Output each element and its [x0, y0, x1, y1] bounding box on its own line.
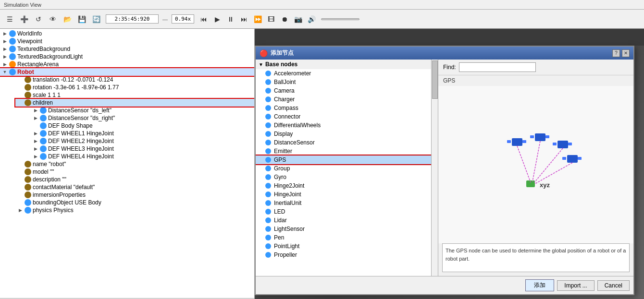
refresh-btn[interactable]: 🔄 — [90, 13, 102, 25]
sidebar-toggle-btn[interactable]: ☰ — [4, 13, 15, 25]
node-item-differentialwheels[interactable]: DifferentialWheels — [256, 121, 438, 130]
expand-wheel1[interactable]: ▶ — [33, 131, 38, 136]
tree-item-boundingobject[interactable]: ▶ boundingObject USE Body — [15, 199, 254, 206]
tree-item-rectarena[interactable]: ▶ RectangleArena — [0, 60, 254, 68]
tree-item-def-body[interactable]: ▶ DEF Body Shape — [31, 122, 254, 130]
add-button[interactable]: 添加 — [525, 279, 554, 291]
expand-viewpoint[interactable]: ▶ — [2, 38, 8, 44]
node-item-camera[interactable]: Camera — [256, 86, 438, 95]
tree-item-texturedbg[interactable]: ▶ TexturedBackground — [0, 45, 254, 53]
node-item-accelerometer[interactable]: Accelerometer — [256, 69, 438, 78]
dialog-help-btn[interactable]: ? — [612, 49, 620, 57]
node-dot-display — [265, 131, 271, 137]
tree-item-worldinfo[interactable]: ▶ WorldInfo — [0, 30, 254, 37]
cancel-button[interactable]: Cancel — [597, 280, 630, 291]
expand-wheel3[interactable]: ▶ — [33, 146, 38, 152]
tree-item-physics[interactable]: ▶ physics Physics — [15, 206, 254, 214]
play-btn[interactable]: ▶ — [211, 13, 223, 25]
save-btn[interactable]: 💾 — [76, 13, 87, 25]
tree-item-wheel2[interactable]: ▶ DEF WHEEL2 HingeJoint — [31, 137, 254, 145]
satellite-2 — [535, 133, 545, 141]
node-list-scrollbar-thumb[interactable] — [432, 60, 438, 99]
tree-item-model[interactable]: ▶ model "" — [15, 168, 254, 176]
node-item-gps[interactable]: GPS — [256, 155, 438, 164]
eye-btn[interactable]: 👁 — [47, 13, 59, 25]
node-label-pen: Pen — [274, 234, 284, 241]
expand-robot[interactable]: ▼ — [2, 69, 8, 75]
node-item-pen[interactable]: Pen — [256, 233, 438, 242]
tree-item-wheel1[interactable]: ▶ DEF WHEEL1 HingeJoint — [31, 130, 254, 137]
expand-ds-left[interactable]: ▶ — [33, 108, 38, 113]
node-item-propeller[interactable]: Propeller — [256, 251, 438, 259]
expand-texturedbg[interactable]: ▶ — [2, 46, 8, 52]
expand-wheel2[interactable]: ▶ — [33, 138, 38, 144]
tree-item-ds-left[interactable]: ▶ DistanceSensor "ds_left" — [31, 107, 254, 114]
add-node-btn[interactable]: ➕ — [18, 13, 30, 25]
tree-item-children[interactable]: ▶ children — [15, 99, 254, 107]
volume-btn[interactable]: 🔊 — [306, 13, 317, 25]
dialog-titlebar: 🔴 添加节点 ? ✕ — [256, 47, 633, 60]
node-label-accelerometer: Accelerometer — [274, 70, 311, 77]
node-item-inertialunit[interactable]: InertialUnit — [256, 199, 438, 207]
tree-item-scale[interactable]: ▶ scale 1 1 1 — [15, 91, 254, 99]
gps-visualization: xyz — [483, 129, 589, 201]
icon-robot — [9, 69, 16, 75]
node-item-emitter[interactable]: Emitter — [256, 147, 438, 155]
pause-btn[interactable]: ⏸ — [225, 13, 236, 25]
description-text: The GPS node can be used to determine th… — [446, 248, 626, 262]
expand-wheel4[interactable]: ▶ — [33, 154, 38, 159]
node-item-hingejoint[interactable]: HingeJoint — [256, 190, 438, 199]
fast-forward-btn[interactable]: ⏩ — [252, 13, 263, 25]
node-item-led[interactable]: LED — [256, 207, 438, 216]
node-item-lidar[interactable]: Lidar — [256, 216, 438, 225]
import-button[interactable]: Import ... — [557, 280, 594, 291]
tree-item-contactmaterial[interactable]: ▶ contactMaterial "default" — [15, 183, 254, 191]
tree-item-name[interactable]: ▶ name "robot" — [15, 160, 254, 168]
expand-physics[interactable]: ▶ — [17, 207, 23, 213]
node-item-group[interactable]: Group — [256, 164, 438, 173]
screenshot-btn[interactable]: 📷 — [292, 13, 304, 25]
rewind-btn[interactable]: ⏮ — [198, 13, 210, 25]
expand-texturedbglight[interactable]: ▶ — [2, 54, 8, 60]
node-item-compass[interactable]: Compass — [256, 104, 438, 112]
tree-item-wheel3[interactable]: ▶ DEF WHEEL3 HingeJoint — [31, 145, 254, 153]
node-item-gyro[interactable]: Gyro — [256, 173, 438, 181]
dialog-body: ▼ Base nodes Accelerometer BallJoint — [256, 60, 633, 276]
volume-slider[interactable] — [321, 18, 359, 20]
node-group-base[interactable]: ▼ Base nodes — [256, 60, 438, 69]
tree-item-rotation[interactable]: ▶ rotation -3.3e-06 1 -8.97e-06 1.77 — [15, 84, 254, 91]
tree-item-robot[interactable]: ▼ Robot — [0, 68, 254, 76]
node-dot-pen — [265, 235, 271, 240]
tree-item-description[interactable]: ▶ description "" — [15, 176, 254, 183]
tree-item-immersionprops[interactable]: ▶ immersionProperties — [15, 191, 254, 199]
record-btn[interactable]: ⏺ — [279, 13, 290, 25]
tree-item-texturedbglight[interactable]: ▶ TexturedBackgroundLight — [0, 53, 254, 60]
satellite-3 — [557, 141, 568, 148]
node-item-lightsensor[interactable]: LightSensor — [256, 225, 438, 233]
node-item-connector[interactable]: Connector — [256, 112, 438, 121]
tree-item-ds-right[interactable]: ▶ DistanceSensor "ds_right" — [31, 114, 254, 122]
film-btn[interactable]: 🎞 — [265, 13, 277, 25]
node-item-pointlight[interactable]: PointLight — [256, 242, 438, 251]
node-item-display[interactable]: Display — [256, 130, 438, 138]
find-input[interactable] — [459, 62, 536, 72]
dialog-close-btn[interactable]: ✕ — [622, 49, 630, 57]
open-btn[interactable]: 📂 — [62, 13, 73, 25]
tree-item-wheel4[interactable]: ▶ DEF WHEEL4 HingeJoint — [31, 153, 254, 160]
node-item-balljoint[interactable]: BallJoint — [256, 78, 438, 86]
time-separator: — — [162, 16, 168, 22]
reset-btn[interactable]: ↺ — [33, 13, 44, 25]
node-dot-compass — [265, 105, 271, 111]
node-item-charger[interactable]: Charger — [256, 95, 438, 104]
node-dot-lightsensor — [265, 226, 271, 232]
node-item-hinge2joint[interactable]: Hinge2Joint — [256, 181, 438, 190]
expand-worldinfo[interactable]: ▶ — [2, 31, 8, 36]
node-list-scrollbar[interactable] — [431, 60, 438, 276]
step-forward-btn[interactable]: ⏭ — [238, 13, 250, 25]
expand-ds-right[interactable]: ▶ — [33, 115, 38, 121]
expand-rectarena[interactable]: ▶ — [2, 61, 8, 67]
node-item-distancesensor[interactable]: DistanceSensor — [256, 138, 438, 147]
tree-item-viewpoint[interactable]: ▶ Viewpoint — [0, 37, 254, 45]
node-label-lightsensor: LightSensor — [274, 226, 305, 232]
tree-item-translation[interactable]: ▶ translation -0.12 -0.0701 -0.124 — [15, 76, 254, 84]
